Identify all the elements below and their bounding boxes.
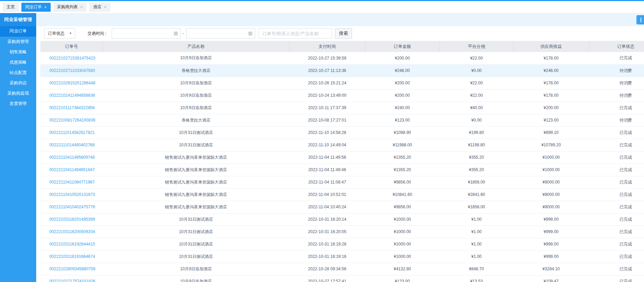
order-amount-cell: ¥1098.90 [365, 126, 440, 139]
platform-commission-cell: ¥199.80 [440, 126, 513, 139]
clipped-action-button[interactable] [636, 15, 644, 24]
order-amount-cell: ¥200.00 [365, 89, 440, 102]
order-number-cell: 00222103116200509204 [40, 226, 103, 238]
table-row: 0022210271757410182610月9日添加酒店2022-10-27 … [40, 275, 644, 282]
order-number-link[interactable]: 00222102411494856836 [49, 93, 95, 98]
platform-commission-cell: ¥22.00 [440, 52, 513, 64]
order-number-link[interactable]: 00222102715391475423 [49, 56, 95, 61]
pay-time-cell: 2022-10-27 15:39:59 [289, 52, 365, 64]
order-number-link[interactable]: 00222110410402475776 [49, 205, 95, 209]
sidebar-item-1[interactable]: 采购商管理 [0, 36, 36, 47]
order-status-cell: 已完成 [589, 176, 644, 188]
order-status-cell: 已完成 [589, 188, 644, 201]
table-row: 0022210280934568075910月9日添加酒店2022-10-28 … [40, 263, 644, 275]
platform-commission-cell: ¥1198.80 [440, 139, 513, 151]
order-number-link[interactable]: 00222111014490402768 [49, 143, 95, 147]
search-input[interactable] [259, 28, 332, 39]
table-row: 00222110411084771967销售测试九寨沟喜来登国际大酒店2022-… [40, 176, 644, 188]
platform-commission-cell: ¥22.00 [440, 89, 513, 102]
platform-commission-cell: ¥2841.60 [440, 188, 513, 201]
platform-commission-cell: ¥40.00 [440, 102, 513, 114]
order-number-link[interactable]: 00222102711033047580 [49, 68, 95, 73]
table-row: 0022210311620050920410月31日测试酒店2022-10-31… [40, 226, 644, 238]
date-to-input[interactable] [186, 28, 255, 39]
sidebar: 同业采销管理 同业订单采购商管理销售策略优惠策略站点配置采购协议采购商提现发票管… [0, 13, 36, 282]
column-header-0: 订单号 [40, 41, 103, 52]
close-icon[interactable]: × [80, 5, 83, 9]
order-number-link[interactable]: 00222110410520131673 [49, 192, 95, 197]
close-icon[interactable]: × [44, 5, 47, 9]
sidebar-item-5[interactable]: 采购协议 [0, 78, 36, 88]
order-number-link[interactable]: 00222102809345680759 [49, 267, 95, 271]
pay-time-cell: 2022-10-26 15:21:24 [289, 77, 365, 89]
supplier-revenue-cell: ¥10789.20 [513, 139, 589, 151]
order-status-cell: 已完成 [589, 263, 644, 275]
order-number-cell: 00222103116201495399 [40, 213, 103, 226]
sidebar-item-3[interactable]: 优惠策略 [0, 57, 36, 67]
tab-2[interactable]: 采购商列表× [53, 3, 87, 12]
column-header-5: 供应商收益 [513, 41, 589, 52]
app-layout: 同业采销管理 同业订单采购商管理销售策略优惠策略站点配置采购协议采购商提现发票管… [0, 13, 644, 282]
supplier-revenue-cell: ¥178.00 [513, 77, 589, 89]
product-name-cell: 10月31日测试酒店 [103, 250, 289, 263]
supplier-revenue-cell: ¥109.47 [513, 275, 589, 282]
sidebar-item-6[interactable]: 采购商提现 [0, 88, 36, 98]
product-name-cell: 10月9日添加酒店 [103, 263, 289, 275]
tab-label: 主页 [7, 4, 15, 10]
order-number-link[interactable]: 00222103116200509204 [49, 229, 95, 234]
product-name-cell: 香格里拉大酒店 [103, 114, 289, 126]
order-status-cell: 已完成 [589, 126, 644, 139]
date-from-input[interactable] [112, 28, 181, 39]
order-amount-cell: ¥9856.00 [365, 201, 440, 213]
order-number-link[interactable]: 00222103116191664674 [49, 254, 95, 259]
sidebar-item-4[interactable]: 站点配置 [0, 67, 36, 78]
sidebar-item-7[interactable]: 发票管理 [0, 98, 36, 109]
order-number-link[interactable]: 00222102717574101826 [49, 279, 95, 282]
order-number-link[interactable]: 00222110411495609748 [49, 155, 95, 160]
order-amount-cell: ¥1000.00 [365, 238, 440, 250]
order-number-cell: 00222102717574101826 [40, 275, 103, 282]
order-status-cell: 待消费 [589, 77, 644, 89]
order-number-link[interactable]: 00222101117364322856 [49, 105, 95, 110]
order-number-link[interactable]: 00222102615201286448 [49, 81, 95, 85]
pay-time-cell: 2022-10-11 17:37:39 [289, 102, 365, 114]
product-name-cell: 10月31日测试酒店 [103, 126, 289, 139]
supplier-revenue-cell: ¥8000.00 [513, 176, 589, 188]
orders-table-head: 订单号产品名称支付时间订单金额平台分佣供应商收益订单状态 [40, 41, 644, 52]
column-header-6: 订单状态 [589, 41, 644, 52]
order-number-link[interactable]: 00222103116201495399 [49, 217, 95, 222]
product-name-cell: 10月31日测试酒店 [103, 213, 289, 226]
table-row: 00222110410402475776销售测试九寨沟喜来登国际大酒店2022-… [40, 201, 644, 213]
supplier-revenue-cell: ¥178.00 [513, 52, 589, 64]
order-number-link[interactable]: 00222111014582817821 [49, 130, 95, 135]
order-number-link[interactable]: 00222110411494651847 [49, 167, 95, 172]
order-status-cell: 已完成 [589, 250, 644, 263]
platform-commission-cell: ¥0.00 [440, 114, 513, 126]
tab-0[interactable]: 主页 [3, 3, 19, 12]
order-amount-cell: ¥1000.00 [365, 213, 440, 226]
tab-3[interactable]: 酒店× [89, 3, 110, 12]
order-status-select[interactable]: 订单状态 ▼ [44, 28, 75, 39]
order-status-select-value: 订单状态 [48, 31, 64, 36]
table-row: 0022211101458281782110月31日测试酒店2022-11-10… [40, 126, 644, 139]
column-header-3: 订单金额 [365, 41, 440, 52]
order-number-link[interactable]: 00222103116192644415 [49, 242, 95, 247]
order-amount-cell: ¥10841.60 [365, 188, 440, 201]
orders-table: 订单号产品名称支付时间订单金额平台分佣供应商收益订单状态 00222102715… [40, 41, 644, 282]
platform-commission-cell: ¥0.00 [440, 64, 513, 77]
order-amount-cell: ¥246.00 [365, 64, 440, 77]
order-amount-cell: ¥240.00 [365, 102, 440, 114]
tab-1[interactable]: 同业订单× [21, 3, 51, 12]
order-number-cell: 00222110410520131673 [40, 188, 103, 201]
order-number-link[interactable]: 00222110411084771967 [49, 180, 95, 185]
order-status-cell: 待消费 [589, 89, 644, 102]
sidebar-item-2[interactable]: 销售策略 [0, 47, 36, 57]
sidebar-item-0[interactable]: 同业订单 [0, 26, 36, 36]
close-icon[interactable]: × [104, 5, 107, 9]
order-number-link[interactable]: 00222100817264100839 [49, 118, 95, 123]
search-button[interactable]: 搜索 [335, 28, 352, 39]
pay-time-cell: 2022-11-04 10:40:24 [289, 201, 365, 213]
column-header-2: 支付时间 [289, 41, 365, 52]
tab-label: 采购商列表 [57, 4, 78, 10]
supplier-revenue-cell: ¥999.00 [513, 250, 589, 263]
